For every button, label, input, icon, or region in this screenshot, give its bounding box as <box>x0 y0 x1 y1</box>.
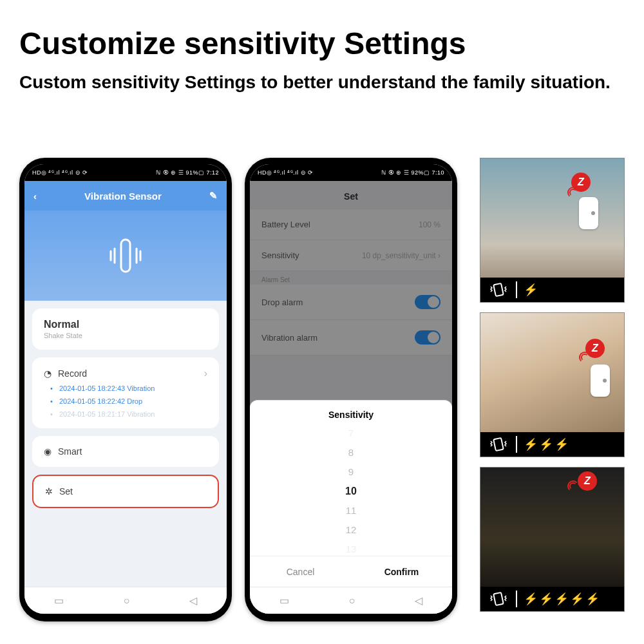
picker-list[interactable]: 7 8 9 10 11 12 13 <box>250 426 452 556</box>
zigbee-badge-icon: Z <box>578 471 597 491</box>
headline: Customize sensitivity Settings <box>0 0 644 68</box>
header-title: Vibration Sensor <box>37 191 209 202</box>
nav-home-icon[interactable]: ○ <box>349 595 355 607</box>
state-label: Shake State <box>44 332 207 339</box>
record-entry: 2024-01-05 18:22:42 Drop <box>44 397 207 405</box>
set-label: Set <box>59 486 73 497</box>
phone-frame-2: HD◎ ⁴ᴳ.ıl ⁴ᴳ.ıl ⊝ ⟳ ℕ ⦿ ⊛ ☰ 92%▢ 7:10 Se… <box>245 158 457 621</box>
record-label: Record <box>58 368 87 379</box>
sensor-device-icon <box>579 197 598 229</box>
nav-back-icon[interactable]: ◁ <box>189 594 197 607</box>
svg-rect-0 <box>121 240 130 272</box>
status-right: ℕ ⦿ ⊛ ☰ 91%▢ 7:12 <box>156 169 219 176</box>
vibrate-icon <box>480 432 516 457</box>
gear-icon: ✲ <box>45 486 53 497</box>
scenario-image-window: Z ⚡ <box>480 158 625 303</box>
picker-item[interactable]: 11 <box>346 501 357 520</box>
chevron-right-icon: › <box>204 368 207 379</box>
status-bar: HD◎ ⁴ᴳ.ıl ⁴ᴳ.ıl ⊝ ⟳ ℕ ⦿ ⊛ ☰ 92%▢ 7:10 <box>250 164 452 181</box>
vibrate-icon <box>480 278 516 302</box>
record-entry: 2024-01-05 18:21:17 Vibration <box>44 410 207 418</box>
vibrate-icon <box>480 587 516 611</box>
svg-rect-2 <box>493 438 503 451</box>
state-card: Normal Shake State <box>32 308 219 350</box>
picker-title: Sensitivity <box>250 401 452 426</box>
state-value: Normal <box>44 319 207 330</box>
confirm-button[interactable]: Confirm <box>351 556 452 587</box>
status-left: HD◎ ⁴ᴳ.ıl ⁴ᴳ.ıl ⊝ ⟳ <box>258 169 314 176</box>
nav-home-icon[interactable]: ○ <box>124 595 130 607</box>
edit-icon[interactable]: ✎ <box>209 190 218 202</box>
picker-item-selected[interactable]: 10 <box>345 482 357 501</box>
picker-item[interactable]: 9 <box>348 462 354 482</box>
circle-icon: ◉ <box>44 446 52 457</box>
svg-rect-1 <box>493 283 503 296</box>
signal-icon <box>567 480 579 492</box>
cancel-button[interactable]: Cancel <box>250 556 351 587</box>
record-card[interactable]: ◔ Record › 2024-01-05 18:22:43 Vibration… <box>32 357 219 428</box>
scenario-image-safe: Z ⚡⚡⚡⚡⚡ <box>480 467 625 612</box>
smart-label: Smart <box>58 446 82 457</box>
device-hero <box>24 211 227 301</box>
smart-card[interactable]: ◉ Smart <box>32 436 219 467</box>
picker-item[interactable]: 12 <box>346 520 357 540</box>
intensity-bolts: ⚡⚡⚡ <box>517 437 624 451</box>
svg-rect-3 <box>493 592 503 605</box>
nav-bar: ▭ ○ ◁ <box>250 587 452 614</box>
status-left: HD◎ ⁴ᴳ.ıl ⁴ᴳ.ıl ⊝ ⟳ <box>32 169 88 176</box>
nav-recent-icon[interactable]: ▭ <box>54 594 64 607</box>
picker-item[interactable]: 8 <box>348 443 354 462</box>
record-entry: 2024-01-05 18:22:43 Vibration <box>44 384 207 392</box>
intensity-bolts: ⚡⚡⚡⚡⚡ <box>517 592 624 606</box>
vibration-sensor-icon <box>109 236 142 276</box>
picker-item[interactable]: 13 <box>346 540 357 556</box>
status-right: ℕ ⦿ ⊛ ☰ 92%▢ 7:10 <box>381 169 444 176</box>
sensor-device-icon <box>591 365 610 397</box>
signal-icon <box>579 352 591 363</box>
status-bar: HD◎ ⁴ᴳ.ıl ⁴ᴳ.ıl ⊝ ⟳ ℕ ⦿ ⊛ ☰ 91%▢ 7:12 <box>24 164 227 181</box>
clock-icon: ◔ <box>44 368 52 379</box>
phone-frame-1: HD◎ ⁴ᴳ.ıl ⁴ᴳ.ıl ⊝ ⟳ ℕ ⦿ ⊛ ☰ 91%▢ 7:12 ‹ … <box>19 158 232 621</box>
nav-recent-icon[interactable]: ▭ <box>279 594 289 607</box>
sensitivity-picker: Sensitivity 7 8 9 10 11 12 13 Cancel Con… <box>250 400 452 587</box>
nav-back-icon[interactable]: ◁ <box>415 594 422 607</box>
nav-bar: ▭ ○ ◁ <box>24 587 227 614</box>
signal-icon <box>567 187 579 198</box>
scenario-image-door: Z ⚡⚡⚡ <box>480 312 625 457</box>
subheadline: Custom sensitivity Settings to better un… <box>0 68 644 113</box>
picker-item[interactable]: 7 <box>348 426 354 443</box>
intensity-bolts: ⚡ <box>517 283 624 297</box>
set-card[interactable]: ✲ Set <box>32 475 219 508</box>
app-header: ‹ Vibration Sensor ✎ <box>24 181 227 211</box>
